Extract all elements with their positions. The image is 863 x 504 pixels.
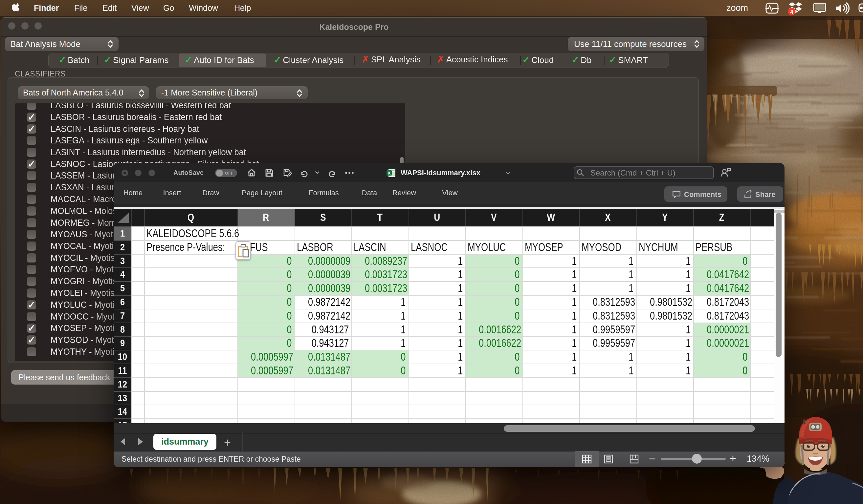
svg-text:X: X xyxy=(388,171,391,176)
svg-text:4: 4 xyxy=(790,9,793,15)
